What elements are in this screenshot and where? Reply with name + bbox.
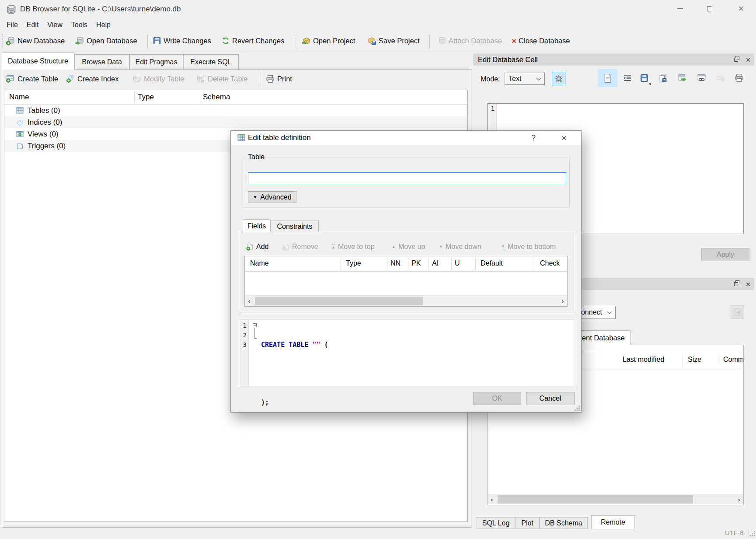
column-divider[interactable] (387, 258, 387, 270)
new-database-button[interactable]: New Database (6, 31, 65, 51)
scroll-right-arrow[interactable]: › (559, 296, 567, 306)
column-divider[interactable] (408, 258, 408, 270)
toolbar-handle[interactable] (2, 34, 3, 47)
open-project-button[interactable]: Open Project (302, 31, 355, 51)
add-field-button[interactable]: Add (246, 241, 268, 252)
column-last-modified[interactable]: Last modified (623, 356, 664, 364)
code-fold-marker[interactable] (253, 323, 257, 327)
delete-table-button: Delete Table (197, 70, 247, 88)
column-nn[interactable]: NN (390, 259, 401, 267)
scroll-right-arrow[interactable]: › (735, 494, 743, 504)
dialog-resize-grip[interactable] (578, 406, 580, 407)
fields-table: Name Type NN PK AI U Default Check ‹ › (244, 256, 568, 307)
collapse-arrow-icon: ▼ (253, 195, 257, 200)
edit-cell-dock-titlebar: Edit Database Cell × (473, 53, 754, 66)
column-divider[interactable] (618, 355, 618, 367)
close-database-button[interactable]: × Close Database (512, 31, 570, 51)
remote-table-hscrollbar[interactable]: ‹ › (488, 494, 743, 504)
tab-sql-log[interactable]: SQL Log (477, 517, 515, 529)
text-view-button[interactable] (598, 69, 617, 87)
modify-table-icon (133, 75, 141, 83)
column-name[interactable]: Name (250, 259, 269, 267)
column-divider[interactable] (134, 91, 135, 103)
tab-execute-sql[interactable]: Execute SQL (183, 54, 239, 70)
tab-db-schema[interactable]: DB Schema (540, 517, 588, 529)
tab-edit-pragmas[interactable]: Edit Pragmas (129, 54, 183, 70)
menu-bar: File Edit View Tools Help (0, 19, 756, 31)
tab-database-structure[interactable]: Database Structure (2, 52, 74, 70)
create-index-icon (66, 75, 75, 83)
column-divider[interactable] (451, 258, 452, 270)
open-database-button[interactable]: Open Database (75, 31, 137, 51)
revert-changes-button[interactable]: Revert Changes (221, 31, 284, 51)
scroll-thumb[interactable] (255, 297, 423, 305)
column-default[interactable]: Default (481, 259, 503, 267)
maximize-icon (707, 6, 712, 11)
sql-line-3: ); (261, 398, 328, 407)
minimize-button[interactable] (670, 2, 690, 16)
import-dropdown[interactable]: ▼ (648, 83, 652, 86)
column-divider[interactable] (475, 258, 476, 270)
scroll-thumb[interactable] (498, 495, 693, 504)
dialog-close-button[interactable]: × (557, 132, 571, 144)
column-divider[interactable] (683, 355, 683, 367)
column-divider[interactable] (429, 258, 429, 270)
create-table-button[interactable]: Create Table (6, 70, 58, 88)
tab-plot[interactable]: Plot (515, 517, 540, 529)
export-file-button[interactable] (656, 71, 669, 84)
mode-combobox[interactable]: Text (505, 73, 545, 85)
create-table-icon (6, 75, 15, 83)
scroll-left-arrow[interactable]: ‹ (245, 296, 253, 306)
column-check[interactable]: Check (540, 259, 560, 267)
tab-remote[interactable]: Remote (591, 515, 635, 529)
column-name[interactable]: Name (9, 93, 29, 102)
word-wrap-button[interactable] (621, 72, 634, 84)
menu-edit[interactable]: Edit (22, 20, 43, 30)
cancel-button[interactable]: Cancel (526, 392, 575, 405)
sql-preview-editor[interactable]: 1 2 3 CREATE TABLE "" ( ); (239, 319, 574, 386)
column-divider[interactable] (200, 91, 200, 103)
link-data-button[interactable] (695, 71, 708, 84)
float-dock-button[interactable] (732, 281, 740, 287)
column-pk[interactable]: PK (411, 259, 421, 267)
tab-constraints[interactable]: Constraints (271, 220, 319, 232)
fields-table-hscrollbar[interactable]: ‹ › (245, 295, 567, 306)
column-ai[interactable]: AI (432, 259, 439, 267)
menu-view[interactable]: View (43, 20, 66, 30)
close-button[interactable]: × (731, 2, 751, 16)
save-project-button[interactable]: Save Project (367, 31, 420, 51)
maximize-button[interactable] (700, 2, 720, 16)
window-resize-grip[interactable] (754, 531, 755, 532)
tree-row-tables[interactable]: Tables (0) (4, 105, 467, 116)
column-size[interactable]: Size (688, 356, 701, 364)
open-in-external-button[interactable] (676, 71, 689, 84)
column-type[interactable]: Type (346, 259, 361, 267)
auto-apply-toggle-button[interactable] (552, 72, 565, 85)
scroll-left-arrow[interactable]: ‹ (488, 494, 496, 504)
close-dock-button[interactable]: × (744, 56, 752, 63)
column-u[interactable]: U (455, 259, 460, 267)
move-up-icon: ▲ (392, 245, 396, 249)
menu-help[interactable]: Help (92, 20, 115, 30)
close-dock-button[interactable]: × (744, 281, 752, 287)
help-button[interactable]: ? (526, 132, 540, 144)
column-schema[interactable]: Schema (203, 93, 230, 102)
table-name-input[interactable] (248, 172, 566, 184)
tab-browse-data[interactable]: Browse Data (74, 54, 129, 70)
menu-file[interactable]: File (2, 20, 22, 30)
tree-row-indices[interactable]: Indices (0) (4, 116, 467, 128)
tab-fields[interactable]: Fields (243, 219, 271, 232)
menu-tools[interactable]: Tools (67, 20, 92, 30)
print-cell-button[interactable] (732, 71, 746, 84)
dialog-titlebar[interactable]: Edit table definition ? × (231, 131, 581, 145)
advanced-button[interactable]: ▼ Advanced (248, 191, 296, 203)
column-divider[interactable] (341, 258, 341, 270)
create-index-button[interactable]: Create Index (66, 70, 118, 88)
column-divider[interactable] (720, 355, 720, 367)
mode-value: Text (509, 75, 521, 83)
column-divider[interactable] (535, 258, 535, 270)
float-dock-button[interactable] (732, 56, 740, 63)
print-button[interactable]: Print (266, 70, 292, 88)
column-type[interactable]: Type (138, 93, 154, 102)
column-commit[interactable]: Comm (723, 356, 744, 364)
